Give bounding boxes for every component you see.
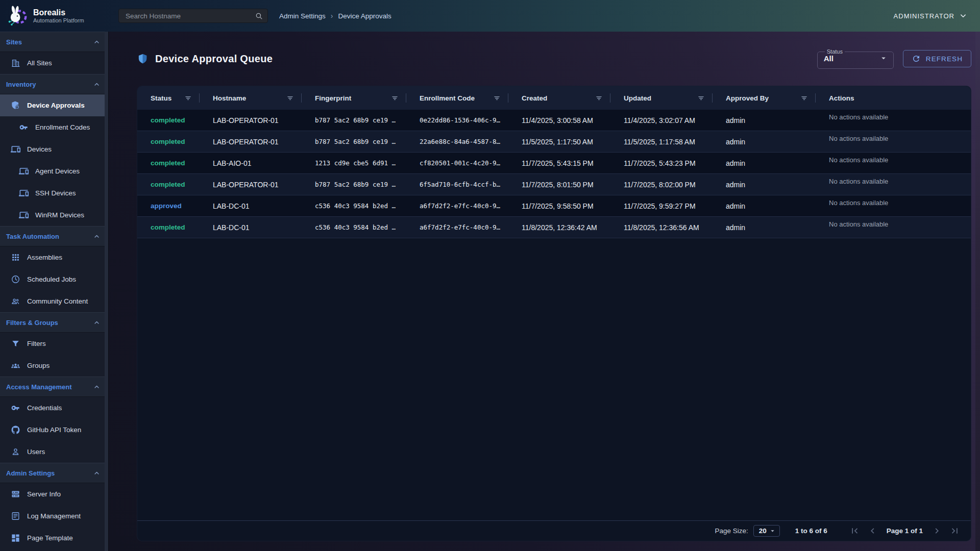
sidebar-section-label: Inventory xyxy=(6,81,36,88)
filter-lines-icon[interactable] xyxy=(800,94,808,103)
sidebar-item-server-info[interactable]: Server Info xyxy=(0,483,108,505)
page-header: Device Approval Queue Status All REFRESH xyxy=(137,32,971,86)
table-row[interactable]: completedLAB-DC-01c536 40c3 9584 b2ed …a… xyxy=(137,217,971,238)
server-icon xyxy=(11,489,20,499)
sidebar-item-winrm-devices[interactable]: WinRM Devices xyxy=(0,204,108,226)
sidebar-section-inventory[interactable]: Inventory xyxy=(0,74,108,94)
sidebar-item-label: Assemblies xyxy=(27,254,62,261)
filter-lines-icon[interactable] xyxy=(697,94,705,103)
last-page-icon[interactable] xyxy=(949,525,960,536)
column-label: Enrollment Code xyxy=(420,94,475,102)
status-filter-select[interactable]: Status All xyxy=(817,48,894,69)
column-header-fingerprint[interactable]: Fingerprint xyxy=(302,86,406,110)
column-label: Created xyxy=(522,94,547,102)
breadcrumb-item-device-approvals[interactable]: Device Approvals xyxy=(338,12,391,20)
column-header-status[interactable]: Status xyxy=(137,86,200,110)
table-row[interactable]: approvedLAB-DC-01c536 40c3 9584 b2ed …a6… xyxy=(137,195,971,217)
column-label: Status xyxy=(151,94,172,102)
cell-status: completed xyxy=(137,116,200,124)
cell-created: 11/4/2025, 3:00:58 AM xyxy=(508,116,610,124)
pagination-bar: Page Size: 20 1 to 6 of 6 Page 1 of 1 xyxy=(137,520,971,541)
refresh-button[interactable]: REFRESH xyxy=(903,50,971,67)
page-size-select[interactable]: 20 xyxy=(753,525,780,537)
cell-created: 11/7/2025, 9:58:50 PM xyxy=(508,202,610,210)
brand-logo-area[interactable]: Borealis Automation Platform xyxy=(0,4,109,28)
sidebar-item-credentials[interactable]: Credentials xyxy=(0,397,108,419)
sidebar-item-devices[interactable]: Devices xyxy=(0,138,108,160)
cell-actions: No actions available xyxy=(816,174,971,185)
sidebar-item-log-management[interactable]: Log Management xyxy=(0,505,108,527)
sidebar-item-label: Enrollment Codes xyxy=(35,123,90,131)
status-filter-value: All xyxy=(824,54,834,63)
sidebar-item-ssh-devices[interactable]: SSH Devices xyxy=(0,182,108,204)
sidebar-item-groups[interactable]: Groups xyxy=(0,355,108,377)
caret-down-icon xyxy=(769,527,776,535)
cell-updated: 11/7/2025, 8:02:00 PM xyxy=(610,181,713,189)
table-row[interactable]: completedLAB-OPERATOR-01b787 5ac2 68b9 c… xyxy=(137,110,971,131)
table-body: completedLAB-OPERATOR-01b787 5ac2 68b9 c… xyxy=(137,110,971,238)
filter-lines-icon[interactable] xyxy=(595,94,603,103)
devices-icon xyxy=(19,210,29,220)
main-scrollbar[interactable] xyxy=(975,32,980,551)
cell-created: 11/5/2025, 1:17:50 AM xyxy=(508,138,610,146)
column-label: Updated xyxy=(624,94,651,102)
column-header-approved-by[interactable]: Approved By xyxy=(713,86,816,110)
sidebar-item-all-sites[interactable]: All Sites xyxy=(0,52,108,74)
table-row[interactable]: completedLAB-OPERATOR-01b787 5ac2 68b9 c… xyxy=(137,174,971,195)
cell-created: 11/8/2025, 12:36:42 AM xyxy=(508,223,610,232)
sidebar-item-label: Server Info xyxy=(27,490,61,498)
sidebar-item-page-template[interactable]: Page Template xyxy=(0,527,108,549)
cell-updated: 11/5/2025, 1:17:58 AM xyxy=(610,138,713,146)
sidebar-item-enrollment-codes[interactable]: Enrollment Codes xyxy=(0,116,108,138)
hostname-search-box[interactable] xyxy=(118,9,268,23)
column-header-created[interactable]: Created xyxy=(508,86,610,110)
grid-apps-icon xyxy=(11,253,20,262)
column-header-updated[interactable]: Updated xyxy=(610,86,713,110)
sidebar-item-agent-devices[interactable]: Agent Devices xyxy=(0,160,108,182)
github-icon xyxy=(11,425,20,435)
filter-lines-icon[interactable] xyxy=(493,94,501,103)
search-input[interactable] xyxy=(125,12,255,20)
cell-hostname: LAB-OPERATOR-01 xyxy=(200,138,302,146)
column-header-hostname[interactable]: Hostname xyxy=(200,86,302,110)
sidebar-item-github-api-token[interactable]: GitHub API Token xyxy=(0,419,108,441)
sidebar-item-community-content[interactable]: Community Content xyxy=(0,290,108,312)
sidebar-scrollbar[interactable] xyxy=(105,32,108,551)
previous-page-icon[interactable] xyxy=(867,525,878,536)
cell-actions: No actions available xyxy=(816,110,971,121)
user-menu-button[interactable]: ADMINISTRATOR xyxy=(894,11,968,20)
sidebar-item-assemblies[interactable]: Assemblies xyxy=(0,246,108,268)
caret-down-icon xyxy=(879,54,888,63)
cell-updated: 11/7/2025, 9:59:27 PM xyxy=(610,202,713,210)
filter-lines-icon[interactable] xyxy=(184,94,192,103)
filter-lines-icon[interactable] xyxy=(286,94,295,103)
cell-enrollment: a6f7d2f2-e7fc-40c0-9… xyxy=(406,223,508,231)
search-icon[interactable] xyxy=(255,12,263,20)
cell-fingerprint: b787 5ac2 68b9 ce19 … xyxy=(302,138,406,145)
sidebar-item-users[interactable]: Users xyxy=(0,441,108,463)
sidebar-section-admin-settings[interactable]: Admin Settings xyxy=(0,463,108,483)
first-page-icon[interactable] xyxy=(849,525,860,536)
template-icon xyxy=(11,533,20,543)
cell-hostname: LAB-DC-01 xyxy=(200,223,302,232)
sidebar-section-access-management[interactable]: Access Management xyxy=(0,377,108,397)
breadcrumb-item-admin-settings[interactable]: Admin Settings xyxy=(279,12,326,20)
filter-lines-icon[interactable] xyxy=(390,94,399,103)
groups-icon xyxy=(11,361,20,370)
sidebar-section-task-automation[interactable]: Task Automation xyxy=(0,226,108,246)
sidebar-item-scheduled-jobs[interactable]: Scheduled Jobs xyxy=(0,268,108,290)
table-row[interactable]: completedLAB-AIO-011213 cd9e cbe5 6d91 …… xyxy=(137,153,971,174)
sidebar-section-filters-groups[interactable]: Filters & Groups xyxy=(0,312,108,333)
sidebar-item-device-approvals[interactable]: Device Approvals xyxy=(0,94,108,116)
sidebar-section-sites[interactable]: Sites xyxy=(0,32,108,52)
column-header-enrollment-code[interactable]: Enrollment Code xyxy=(406,86,508,110)
next-page-icon[interactable] xyxy=(932,525,942,536)
sidebar-section-label: Admin Settings xyxy=(6,469,55,477)
cell-created: 11/7/2025, 5:43:15 PM xyxy=(508,159,610,167)
column-header-actions[interactable]: Actions xyxy=(816,86,971,110)
table-row[interactable]: completedLAB-OPERATOR-01b787 5ac2 68b9 c… xyxy=(137,131,971,153)
sidebar-item-filters[interactable]: Filters xyxy=(0,333,108,355)
pagination-range: 1 to 6 of 6 xyxy=(795,527,827,535)
sidebar-item-label: Agent Devices xyxy=(35,167,80,175)
cell-fingerprint: b787 5ac2 68b9 ce19 … xyxy=(302,116,406,124)
